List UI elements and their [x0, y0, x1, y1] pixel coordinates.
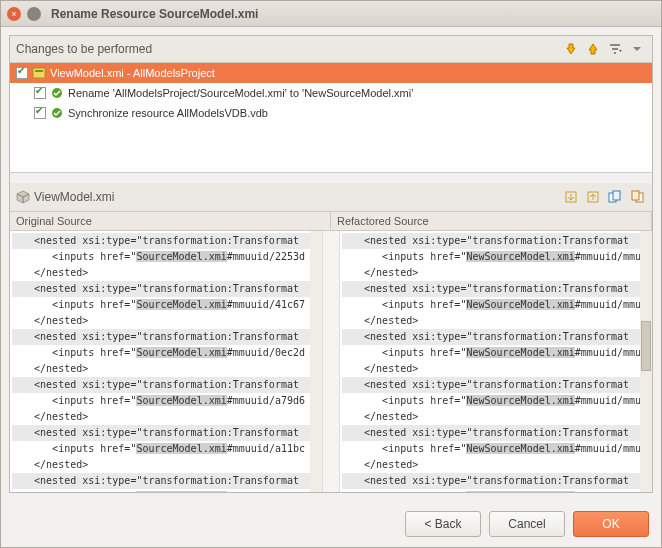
svg-rect-9: [632, 191, 639, 200]
changes-header-label: Changes to be performed: [16, 42, 558, 56]
prev-change-icon[interactable]: [584, 40, 602, 58]
window-title: Rename Resource SourceModel.xmi: [51, 7, 258, 21]
svg-rect-1: [35, 70, 43, 72]
sync-icon: [50, 106, 64, 120]
compare-next-diff-icon[interactable]: [562, 188, 580, 206]
left-source-pane[interactable]: <nested xsi:type="transformation:Transfo…: [10, 231, 322, 492]
left-pane-header: Original Source: [10, 212, 331, 230]
menu-dropdown-icon[interactable]: [628, 40, 646, 58]
svg-rect-0: [33, 68, 45, 78]
right-source-pane[interactable]: <nested xsi:type="transformation:Transfo…: [340, 231, 652, 492]
checkbox-icon[interactable]: [16, 67, 28, 79]
cube-icon: [16, 190, 30, 204]
scrollbar[interactable]: [640, 231, 652, 492]
preview-file-bar: ViewModel.xmi: [10, 183, 652, 212]
compare-gutter: [322, 231, 340, 492]
changes-header: Changes to be performed: [10, 36, 652, 63]
model-file-icon: [32, 66, 46, 80]
compare-prev-diff-icon[interactable]: [584, 188, 602, 206]
compare-body: <nested xsi:type="transformation:Transfo…: [10, 231, 652, 492]
tree-item-viewmodel[interactable]: ViewModel.xmi - AllModelsProject: [10, 63, 652, 83]
main-panel: Changes to be performed ViewModel.xmi - …: [9, 35, 653, 493]
rename-icon: [50, 86, 64, 100]
preview-file-label: ViewModel.xmi: [34, 190, 558, 204]
copy-right-icon[interactable]: [628, 188, 646, 206]
tree-item-sync[interactable]: Synchronize resource AllModelsVDB.vdb: [10, 103, 652, 123]
right-pane-header: Refactored Source: [331, 212, 652, 230]
changes-tree[interactable]: ViewModel.xmi - AllModelsProject Rename …: [10, 63, 652, 173]
scrollbar[interactable]: [310, 231, 322, 492]
svg-rect-7: [613, 191, 620, 200]
window-close-icon[interactable]: ×: [7, 7, 21, 21]
cancel-button[interactable]: Cancel: [489, 511, 565, 537]
next-change-icon[interactable]: [562, 40, 580, 58]
tree-item-label: Synchronize resource AllModelsVDB.vdb: [68, 107, 268, 119]
checkbox-icon[interactable]: [34, 107, 46, 119]
compare-headers: Original Source Refactored Source: [10, 212, 652, 231]
window-control-icon[interactable]: [27, 7, 41, 21]
filter-icon[interactable]: [606, 40, 624, 58]
titlebar: × Rename Resource SourceModel.xmi: [1, 1, 661, 27]
tree-item-label: ViewModel.xmi - AllModelsProject: [50, 67, 215, 79]
copy-left-icon[interactable]: [606, 188, 624, 206]
checkbox-icon[interactable]: [34, 87, 46, 99]
tree-item-rename[interactable]: Rename 'AllModelsProject/SourceModel.xmi…: [10, 83, 652, 103]
back-button[interactable]: < Back: [405, 511, 481, 537]
dialog-footer: < Back Cancel OK: [1, 501, 661, 547]
tree-item-label: Rename 'AllModelsProject/SourceModel.xmi…: [68, 87, 413, 99]
scroll-thumb[interactable]: [641, 321, 651, 371]
ok-button[interactable]: OK: [573, 511, 649, 537]
